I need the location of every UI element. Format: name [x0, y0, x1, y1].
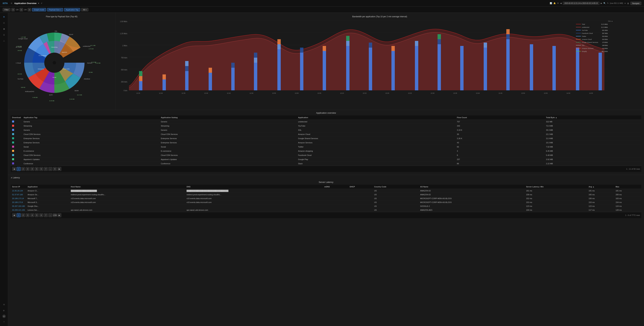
collapse-icon[interactable]: ⇔ — [624, 2, 626, 4]
row-app: Amazon shopping — [297, 149, 456, 153]
row-latency-max: 154 ms — [614, 200, 641, 204]
col-app-tag[interactable]: Application Tag — [22, 115, 160, 120]
page-3-btn[interactable]: 3 — [26, 167, 30, 171]
latency-page-7-btn[interactable]: 7 — [44, 213, 48, 217]
filter-button[interactable]: Filter — [3, 8, 10, 11]
col-latency-max[interactable]: Max — [614, 185, 641, 189]
col-dns[interactable]: DNS — [185, 185, 323, 189]
sidebar-item-alerts[interactable]: ⚠ — [1, 38, 7, 43]
col-server-ip[interactable]: Server IP — [11, 185, 26, 189]
svg-text:12:35: 12:35 — [182, 92, 186, 94]
row-server-ip: 13.35.18.134 — [11, 189, 26, 193]
col-country[interactable]: Country Code — [373, 185, 419, 189]
col-app[interactable]: Application — [297, 115, 456, 120]
app-table-page-info: 1 - 11 of 93 rows — [626, 168, 640, 170]
sidebar-item-screens[interactable]: ▣ — [1, 26, 7, 31]
col-flow-count[interactable]: Flow Count — [456, 115, 544, 120]
settings-icon[interactable]: ⚙ — [557, 2, 559, 4]
sidebar-item-settings[interactable]: ⚙ — [1, 302, 7, 307]
col-dhcp[interactable]: DHCP — [348, 185, 373, 189]
row-download-icon[interactable] — [11, 153, 22, 157]
row-download-icon[interactable] — [11, 157, 22, 162]
refresh-icon[interactable]: ↻ — [607, 2, 608, 4]
trash-icon[interactable]: 🗑 — [627, 2, 629, 4]
star-icon[interactable]: ★ — [38, 2, 40, 4]
row-download-icon[interactable] — [11, 128, 22, 132]
latency-page-3-btn[interactable]: 3 — [26, 213, 30, 217]
graph-mode-button[interactable]: Graph mode — [32, 8, 46, 11]
row-flow-count: 257 — [456, 157, 544, 162]
latency-page-last-btn[interactable]: 1296 — [53, 213, 57, 217]
page-1-btn[interactable]: 1 — [16, 167, 21, 171]
next-time-icon[interactable]: ▶ — [601, 2, 602, 4]
add-or-button-1[interactable]: + — [20, 8, 23, 11]
row-download-icon[interactable] — [11, 136, 22, 141]
row-app: undetected — [297, 120, 456, 124]
svg-rect-88 — [530, 44, 533, 90]
page-6-btn[interactable]: 6 — [39, 167, 43, 171]
sidebar-item-security[interactable]: ⛨ — [1, 308, 7, 313]
svg-text:310 kb/s: 310 kb/s — [602, 38, 608, 40]
col-latency-min[interactable]: Server Latency: Min — [525, 185, 587, 189]
row-download-icon[interactable] — [11, 149, 22, 153]
sidebar-item-help[interactable]: ? — [1, 319, 7, 325]
page-5-btn[interactable]: 5 — [35, 167, 39, 171]
svg-rect-60 — [254, 63, 257, 90]
col-mdns[interactable]: mDNS — [323, 185, 348, 189]
latency-prev-btn[interactable]: ◀ — [12, 213, 16, 217]
latency-page-5-btn[interactable]: 5 — [35, 213, 39, 217]
latency-page-6-btn[interactable]: 6 — [39, 213, 43, 217]
row-download-icon[interactable] — [11, 162, 22, 166]
row-app: YouTube — [297, 124, 456, 128]
row-dns: api.naea1.uds.lenovo.com — [185, 208, 323, 212]
col-app-subtag[interactable]: Application Subtag — [160, 115, 297, 120]
svg-rect-61 — [254, 58, 257, 63]
row-dhcp — [348, 193, 373, 197]
add-filter-button[interactable]: + — [12, 8, 15, 11]
page-7-btn[interactable]: 7 — [44, 167, 48, 171]
latency-page-1-btn[interactable]: 1 — [16, 213, 21, 217]
row-download-icon[interactable] — [11, 145, 22, 149]
latency-page-4-btn[interactable]: 4 — [30, 213, 34, 217]
sidebar-item-list[interactable]: ☰ — [1, 32, 7, 37]
row-download-icon[interactable] — [11, 124, 22, 128]
next-page-btn[interactable]: ▶ — [57, 167, 62, 171]
svg-text:YouTube: YouTube — [582, 29, 588, 31]
svg-rect-82 — [460, 46, 464, 90]
chart-icon[interactable]: 📊 — [550, 2, 552, 4]
col-download[interactable]: Download — [11, 115, 22, 120]
row-download-icon[interactable] — [11, 132, 22, 136]
svg-text:Enterprise: Enterprise — [38, 68, 44, 70]
row-app-tag: Generic — [22, 128, 160, 132]
user-avatar[interactable]: ● — [2, 315, 6, 318]
col-application[interactable]: Application — [26, 185, 70, 189]
col-latency-avg[interactable]: Avg ▲ — [587, 185, 614, 189]
prev-page-btn[interactable]: ◀ — [12, 167, 16, 171]
prev-time-icon[interactable]: ◀ — [560, 2, 562, 4]
all-filter[interactable]: All▾ — [81, 8, 88, 11]
sidebar-item-dashboard[interactable]: ⊞ — [1, 14, 7, 19]
col-asname[interactable]: AS Name — [419, 185, 525, 189]
row-latency-min: 152 ms — [525, 197, 587, 200]
zoom-icon[interactable]: 🔍 — [604, 2, 606, 4]
payload-size-filter[interactable]: Payload Size▾ — [47, 8, 63, 11]
bell-icon[interactable]: 🔔 — [554, 2, 556, 4]
latency-page-2-btn[interactable]: 2 — [21, 213, 25, 217]
latency-title[interactable]: Latency — [11, 177, 641, 179]
time-range[interactable]: 2023-02-03 12:21:14 to 2023-02-03 14:05:… — [563, 2, 600, 5]
add-or-button-2[interactable]: + — [28, 8, 31, 11]
latency-next-btn[interactable]: ▶ — [57, 213, 62, 217]
svg-text:6.48 MB: 6.48 MB — [32, 97, 38, 98]
application-tag-filter[interactable]: Application Tag — [64, 8, 80, 11]
navigate-button[interactable]: Navigate — [630, 2, 641, 5]
col-total-bytes[interactable]: Total Byte ▲ — [545, 115, 641, 120]
row-download-icon[interactable] — [11, 120, 22, 124]
sidebar-item-targets[interactable]: ◎ — [1, 20, 7, 25]
row-server-ip: 52.37.87.100 — [11, 193, 26, 197]
row-download-icon[interactable] — [11, 141, 22, 145]
page-4-btn[interactable]: 4 — [30, 167, 34, 171]
col-hostname[interactable]: Host Name: — [70, 185, 185, 189]
page-2-btn[interactable]: 2 — [21, 167, 25, 171]
share-icon[interactable]: ⇗ — [41, 2, 42, 4]
page-9-btn[interactable]: 9 — [53, 167, 57, 171]
